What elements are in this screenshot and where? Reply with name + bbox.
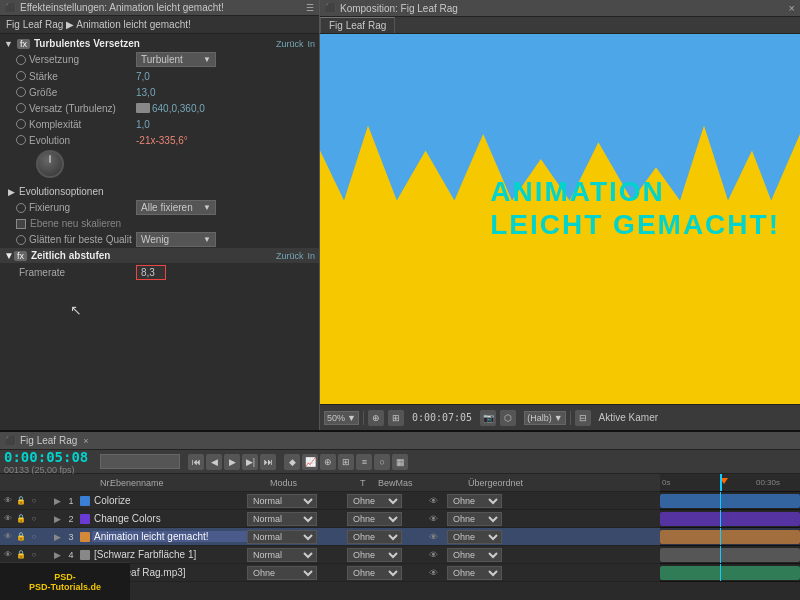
dropdown-glaetten-arrow: ▼: [203, 235, 211, 244]
clock-icon-groesse: [16, 87, 26, 97]
layer-2-uebergeordnet[interactable]: Ohne: [447, 512, 502, 526]
layer-3-modus[interactable]: Normal: [247, 530, 317, 544]
layer-2-eye[interactable]: 👁: [2, 513, 14, 525]
layer-4-eye2: 👁: [429, 550, 438, 560]
layer-5-bewmas[interactable]: Ohne: [347, 566, 402, 580]
layer-1-name[interactable]: Colorize: [92, 495, 247, 506]
turbulent-buttons: Zurück In: [276, 39, 315, 49]
flow-icon[interactable]: ⊞: [338, 454, 354, 470]
search-input[interactable]: [100, 454, 180, 469]
col-t-header: T: [360, 478, 378, 488]
layer-3-solo[interactable]: ○: [28, 531, 40, 543]
transport-prev[interactable]: ◀: [206, 454, 222, 470]
layer-3-expand[interactable]: ▶: [50, 532, 64, 542]
timecode-display: 0:00:07:05: [412, 412, 472, 423]
comp-tab-figleaf[interactable]: Fig Leaf Rag: [320, 17, 395, 33]
layer-4-eye[interactable]: 👁: [2, 549, 14, 561]
layer-2-num: 2: [64, 514, 78, 524]
layer-2-lock[interactable]: 🔒: [15, 513, 27, 525]
label-versatz: Versatz (Turbulenz): [29, 103, 116, 114]
turbulent-arrow: ▼: [4, 39, 13, 49]
turbulent-in-btn[interactable]: In: [307, 39, 315, 49]
layer-1-eye2: 👁: [429, 496, 438, 506]
param-groesse: Größe 13,0: [0, 84, 319, 100]
layer-1-expand[interactable]: ▶: [50, 496, 64, 506]
turbulent-back-btn[interactable]: Zurück: [276, 39, 304, 49]
value-evolution[interactable]: -21x-335,6°: [136, 135, 313, 146]
layer-1-bewmas[interactable]: Ohne: [347, 494, 402, 508]
layer-3-name[interactable]: Animation leicht gemacht!: [92, 531, 247, 542]
zeitlich-in-btn[interactable]: In: [307, 251, 315, 261]
value-framerate[interactable]: 8,3: [136, 265, 166, 280]
layer-4-modus[interactable]: Normal: [247, 548, 317, 562]
value-komplexitaet[interactable]: 1,0: [136, 119, 313, 130]
camera-label: Aktive Kamer: [599, 412, 658, 423]
layer-2-modus[interactable]: Normal: [247, 512, 317, 526]
layer-2-expand[interactable]: ▶: [50, 514, 64, 524]
evolution-dial[interactable]: [36, 150, 64, 178]
zeitlich-back-btn[interactable]: Zurück: [276, 251, 304, 261]
checkbox-row-ebene: Ebene neu skalieren: [0, 216, 319, 231]
evolution-options-header[interactable]: ▶ Evolutionsoptionen: [0, 184, 319, 199]
turbulent-section-header[interactable]: ▼ fx Turbulentes Versetzen Zurück In: [0, 36, 319, 51]
keyframe-icon[interactable]: ◆: [284, 454, 300, 470]
label-versetzung: Versetzung: [29, 54, 79, 65]
layer-4-expand[interactable]: ▶: [50, 550, 64, 560]
layer-4-lock[interactable]: 🔒: [15, 549, 27, 561]
layer-1-eye[interactable]: 👁: [2, 495, 14, 507]
track-3-bar: [660, 530, 800, 544]
zeitlich-header[interactable]: ▼ fx Zeitlich abstufen Zurück In: [0, 248, 319, 263]
transport-begin[interactable]: ⏮: [188, 454, 204, 470]
layer-1-lock[interactable]: 🔒: [15, 495, 27, 507]
mask-icon[interactable]: ⊕: [320, 454, 336, 470]
value-versatz[interactable]: 640,0,360,0: [136, 103, 313, 114]
grid-icon[interactable]: ⊞: [388, 410, 404, 426]
layer-4-solo[interactable]: ○: [28, 549, 40, 561]
layer-5-uebergeordnet[interactable]: Ohne: [447, 566, 502, 580]
layer-3-eye[interactable]: 👁: [2, 531, 14, 543]
track-2-playhead: [720, 510, 721, 527]
layer-3-bewmas[interactable]: Ohne: [347, 530, 402, 544]
track-2: [660, 510, 800, 528]
layer-2-name[interactable]: Change Colors: [92, 513, 247, 524]
timeline-title: Fig Leaf Rag: [20, 435, 77, 446]
clock-icon-komplexitaet: [16, 119, 26, 129]
render-icon[interactable]: ▦: [392, 454, 408, 470]
checkbox-ebene[interactable]: [16, 219, 26, 229]
magnifier-icon[interactable]: ⊕: [368, 410, 384, 426]
layer-4-uebergeordnet[interactable]: Ohne: [447, 548, 502, 562]
dropdown-fixierung[interactable]: Alle fixieren ▼: [136, 200, 216, 215]
transport-end[interactable]: ⏭: [260, 454, 276, 470]
effects-menu-icon[interactable]: ☰: [306, 3, 314, 13]
quality-select[interactable]: (Halb) ▼: [524, 411, 565, 425]
layer-1-uebergeordnet[interactable]: Ohne: [447, 494, 502, 508]
layer-2-solo[interactable]: ○: [28, 513, 40, 525]
value-groesse[interactable]: 13,0: [136, 87, 313, 98]
comp-preview: ANIMATION LEICHT GEMACHT!: [320, 34, 800, 404]
value-staerke[interactable]: 7,0: [136, 71, 313, 82]
graph-icon[interactable]: 📈: [302, 454, 318, 470]
layer-5-modus[interactable]: Ohne: [247, 566, 317, 580]
layer-3-eye2: 👁: [429, 532, 438, 542]
layer-1-modus[interactable]: Normal: [247, 494, 317, 508]
layer-4-color: [80, 550, 90, 560]
comp-close-btn[interactable]: ×: [789, 2, 795, 14]
layer-2-bewmas[interactable]: Ohne: [347, 512, 402, 526]
layer-1-solo[interactable]: ○: [28, 495, 40, 507]
transport-next[interactable]: ▶|: [242, 454, 258, 470]
zoom-select[interactable]: 50% ▼: [324, 411, 359, 425]
track-4-bar: [660, 548, 800, 562]
dropdown-glaetten[interactable]: Wenig ▼: [136, 232, 216, 247]
stagger-icon[interactable]: ≡: [356, 454, 372, 470]
solo-icon[interactable]: ○: [374, 454, 390, 470]
layer-2-eye2: 👁: [429, 514, 438, 524]
track-4-playhead: [720, 546, 721, 563]
layer-3-uebergeordnet[interactable]: Ohne: [447, 530, 502, 544]
transport-play[interactable]: ▶: [224, 454, 240, 470]
layer-4-name[interactable]: [Schwarz Farbfläche 1]: [92, 549, 247, 560]
timeline-close-btn[interactable]: ×: [83, 436, 88, 446]
layer-3-lock[interactable]: 🔒: [15, 531, 27, 543]
dropdown-versetzung[interactable]: Turbulent ▼: [136, 52, 216, 67]
layer-4-bewmas[interactable]: Ohne: [347, 548, 402, 562]
label-ebene-neu: Ebene neu skalieren: [30, 218, 121, 229]
